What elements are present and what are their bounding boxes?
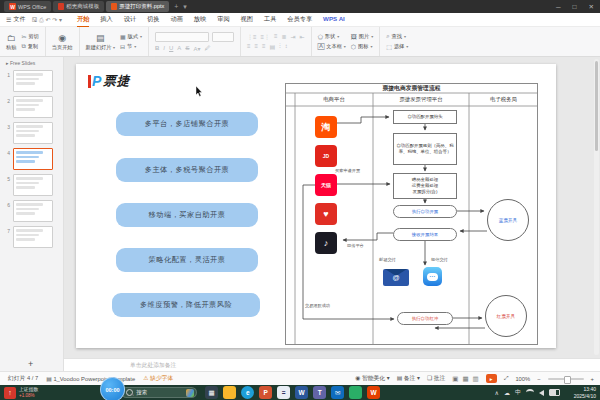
paragraph-buttons[interactable]: ⋮≡≡⋮≡≣⇥⇤ ≡≡≡▤⫶↕ <box>247 33 305 50</box>
ime-indicator[interactable]: 中 <box>515 388 521 397</box>
picture-button[interactable]: 🖼图片▾ <box>351 33 373 40</box>
shapes-button[interactable]: ⬠形状▾ <box>318 33 346 40</box>
menu-审阅[interactable]: 审阅 <box>212 13 234 26</box>
tmall-app-icon: 天猫 <box>315 174 337 196</box>
menu-工具[interactable]: 工具 <box>259 13 281 26</box>
notes-bar[interactable]: 单击此处添加备注 <box>64 358 600 371</box>
font-family-select[interactable] <box>155 32 209 42</box>
icons-library-button[interactable]: ⬡图标▾ <box>351 43 373 50</box>
layout-button[interactable]: ▦版式▾ <box>120 33 142 40</box>
new-tab-button[interactable]: + <box>174 3 178 10</box>
smart-beautify-button[interactable]: ◉ 智能美化 ▾ <box>355 374 389 383</box>
thumbnail-preview[interactable] <box>13 122 53 144</box>
slide-thumbnail-6[interactable]: 6 <box>0 198 63 224</box>
wps-home-tab[interactable]: W WPS Office <box>4 1 51 12</box>
onedrive-cloud-icon[interactable]: ☁ <box>504 389 510 396</box>
wifi-icon[interactable] <box>526 389 534 396</box>
word-taskbar-icon[interactable]: W <box>295 386 308 399</box>
document-tab[interactable]: 票捷打印资料.pptx <box>106 1 169 12</box>
jd-app-icon: JD <box>315 145 337 167</box>
font-size-select[interactable] <box>212 32 234 42</box>
play-from-current-button[interactable]: ◉ 当页开始 <box>52 33 73 51</box>
zoom-in-button[interactable]: + <box>591 376 594 382</box>
cut-button[interactable]: ✂剪切 <box>21 33 38 40</box>
add-slide-button[interactable]: + <box>28 359 33 369</box>
tab-list-dropdown-icon[interactable]: ▾ <box>183 3 187 11</box>
menu-插入[interactable]: 插入 <box>95 13 117 26</box>
flow-step-amount-handling: 赠品金额处理 运费金额处理 发票拆分(合) <box>393 173 457 199</box>
slide-thumbnail-panel: ▸ Free Slides 1234567 + <box>0 57 64 371</box>
volume-icon[interactable] <box>539 390 544 396</box>
slide-canvas[interactable]: P 票捷 多平台，多店铺聚合开票多主体，多税号聚合开票移动端，买家自助开票策略化… <box>76 64 556 348</box>
paste-button[interactable]: 🗀 粘贴 <box>6 33 16 51</box>
system-tray[interactable]: ∧ ☁ 中 <box>495 388 560 397</box>
missing-font-warning[interactable]: ⚠ 缺少字体 <box>143 374 173 383</box>
calculator-taskbar-icon[interactable]: = <box>277 386 290 399</box>
thumbnail-preview[interactable] <box>13 226 53 248</box>
feature-box-4[interactable]: 策略化配置，灵活开票 <box>116 248 258 272</box>
section-button[interactable]: ⊟节▾ <box>120 43 142 50</box>
feature-box-1[interactable]: 多平台，多店铺聚合开票 <box>116 112 258 136</box>
task-view-taskbar-icon[interactable]: ▦ <box>205 386 218 399</box>
feature-box-5[interactable]: 多维度预警，降低开票风险 <box>112 293 260 317</box>
zoom-slider[interactable] <box>548 378 584 380</box>
textbox-button[interactable]: 🄰文本框▾ <box>318 43 346 50</box>
menu-开始[interactable]: 开始 <box>72 13 94 26</box>
thumbnail-preview[interactable] <box>13 148 53 170</box>
taskbar-search[interactable]: 搜索 <box>121 387 197 398</box>
wps-logo-icon: W <box>9 3 16 10</box>
menu-会员专享[interactable]: 会员专享 <box>282 13 317 26</box>
zoom-out-button[interactable]: − <box>537 376 540 382</box>
thumbnail-preview[interactable] <box>13 96 53 118</box>
menu-WPS AI[interactable]: WPS AI <box>318 13 350 26</box>
powerpoint-taskbar-icon[interactable]: P <box>259 386 272 399</box>
floating-timer-bubble[interactable]: 00:00 <box>100 377 125 400</box>
menu-动画[interactable]: 动画 <box>165 13 187 26</box>
thumbnail-preview[interactable] <box>13 200 53 222</box>
slide-thumbnail-7[interactable]: 7 <box>0 224 63 250</box>
menu-设计[interactable]: 设计 <box>119 13 141 26</box>
slide-thumbnail-4[interactable]: 4 <box>0 146 63 172</box>
file-menu[interactable]: ☰ 文件 <box>6 15 25 24</box>
select-button[interactable]: ⬚选择▾ <box>386 43 408 50</box>
new-slide-button[interactable]: ▤ 新建幻灯片 ▾ <box>86 33 115 51</box>
outlook-taskbar-icon[interactable]: ✉ <box>331 386 344 399</box>
taskbar-clock[interactable]: 13:40 2025/4/10 <box>574 386 596 399</box>
feature-box-2[interactable]: 多主体，多税号聚合开票 <box>116 158 258 182</box>
menu-视图[interactable]: 视图 <box>236 13 258 26</box>
close-button[interactable]: ✕ <box>589 3 594 11</box>
notes-toggle-button[interactable]: ▤ 备注 ▾ <box>397 374 420 383</box>
menu-切换[interactable]: 切换 <box>142 13 164 26</box>
minimize-button[interactable]: ─ <box>556 3 561 10</box>
flow-column-tax-bureau: 电子税务局 <box>469 93 538 106</box>
quick-access-toolbar[interactable]: 🖫 ⎙ ↶ ↷ ▾ <box>31 16 62 24</box>
wps-taskbar-icon[interactable]: W <box>367 386 380 399</box>
edge-taskbar-icon[interactable]: e <box>241 386 254 399</box>
wechat-taskbar-icon[interactable] <box>349 386 362 399</box>
fit-slide-button[interactable]: ⤢ <box>504 375 509 382</box>
slide-thumbnail-2[interactable]: 2 <box>0 94 63 120</box>
maximize-button[interactable]: □ <box>573 3 577 10</box>
slide-number: 3 <box>4 122 10 130</box>
slide-thumbnail-5[interactable]: 5 <box>0 172 63 198</box>
view-mode-buttons[interactable]: ▣▦▥ <box>452 375 478 383</box>
docer-template-tab[interactable]: 稻壳商城模板 <box>53 1 104 12</box>
find-button[interactable]: ⌕查找▾ <box>386 33 408 40</box>
thumbnail-preview[interactable] <box>13 70 53 92</box>
slideshow-play-button[interactable]: ▸ <box>486 374 497 383</box>
comments-button[interactable]: ❏ 批注 <box>427 374 445 383</box>
slide-thumbnail-1[interactable]: 1 <box>0 68 63 94</box>
font-format-buttons[interactable]: BIUASA▾🖉 <box>155 45 234 52</box>
feature-box-3[interactable]: 移动端，买家自助开票 <box>116 203 258 227</box>
vertical-scrollbar[interactable] <box>594 59 599 355</box>
teams-taskbar-icon[interactable]: T <box>313 386 326 399</box>
thumbnail-preview[interactable] <box>13 174 53 196</box>
file-explorer-taskbar-icon[interactable] <box>223 386 236 399</box>
copy-button[interactable]: ⧉复制 <box>21 43 38 50</box>
menu-放映[interactable]: 放映 <box>189 13 211 26</box>
battery-icon[interactable] <box>549 389 560 396</box>
tray-chevron-icon[interactable]: ∧ <box>495 389 499 396</box>
stock-widget[interactable]: ↑ 上证指数 +1.08% <box>4 387 38 399</box>
slide-thumbnail-3[interactable]: 3 <box>0 120 63 146</box>
slides-section-header[interactable]: ▸ Free Slides <box>0 57 63 68</box>
